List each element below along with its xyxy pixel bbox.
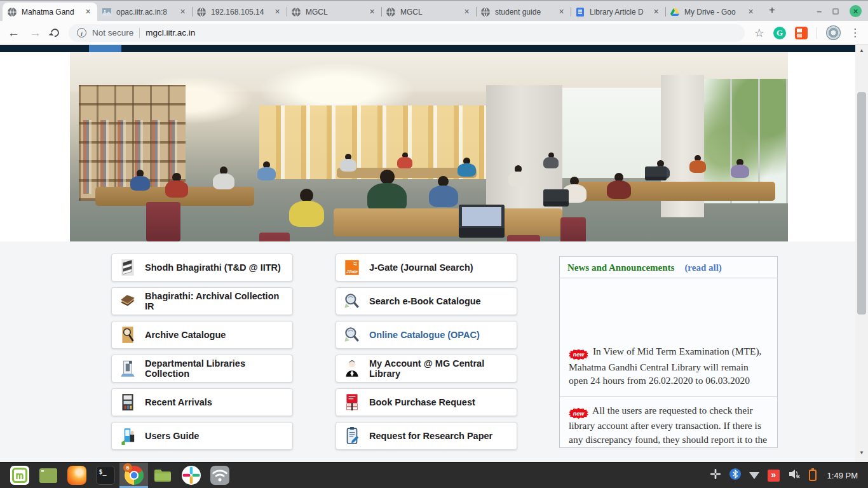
scroll-up-arrow-icon[interactable] <box>855 48 868 53</box>
active-nav-item-sliver[interactable] <box>89 45 121 52</box>
person-figure <box>340 154 356 172</box>
archival-book-icon <box>119 292 136 311</box>
search-magnifier-icon <box>344 292 360 311</box>
link-online-catalogue-opac[interactable]: Online Catalogue (OPAC) <box>336 321 517 349</box>
close-icon[interactable] <box>462 7 471 17</box>
webpage: Shodh Bhagirathi (T&D @ IITR) Bhagirathi… <box>0 45 855 462</box>
address-bar[interactable]: Not secure mgcl.iitr.ac.in <box>69 24 745 42</box>
slack-launcher[interactable] <box>177 463 205 488</box>
site-navbar-sliver[interactable] <box>0 45 855 52</box>
close-icon[interactable] <box>367 7 377 17</box>
chair-shape <box>259 233 290 241</box>
link-label: Recent Arrivals <box>145 397 212 407</box>
tab-title: Library Article D <box>590 8 647 17</box>
person-figure <box>543 152 559 168</box>
read-all-link[interactable]: (read all) <box>684 262 721 273</box>
file-manager-launcher[interactable] <box>148 463 177 488</box>
link-request-research-paper[interactable]: Request for Research Paper <box>336 422 517 450</box>
bookmark-star-icon[interactable] <box>754 26 764 40</box>
tab-title: My Drive - Goo <box>684 8 742 17</box>
tab-opac[interactable]: opac.iitr.ac.in:8 <box>97 3 192 21</box>
link-ebook-catalogue[interactable]: Search e-Book Catalogue <box>336 287 517 315</box>
person-figure <box>257 161 276 180</box>
bookshelf-icon <box>119 393 136 412</box>
page-viewport: Shodh Bhagirathi (T&D @ IITR) Bhagirathi… <box>0 45 868 462</box>
tab-ip-address[interactable]: 192.168.105.14 <box>192 3 287 21</box>
person-figure <box>607 173 631 199</box>
person-figure <box>165 173 188 198</box>
battery-icon[interactable] <box>809 470 817 481</box>
tab-student-guide[interactable]: student guide <box>476 3 571 21</box>
wifi-tray-icon[interactable] <box>749 472 759 479</box>
volume-muted-icon[interactable] <box>788 469 801 482</box>
new-tab-button[interactable] <box>764 3 780 19</box>
firefox-launcher[interactable] <box>62 463 91 488</box>
orange-extension-icon[interactable] <box>795 27 808 39</box>
link-bhagirathi-archival[interactable]: Bhagirathi: Archival Collection IR <box>111 287 293 315</box>
link-label: Online Catalogue (OPAC) <box>369 330 480 340</box>
profile-avatar[interactable] <box>826 25 841 40</box>
tab-mahatma-gandhi-library[interactable]: Mahatma Gand <box>3 3 97 21</box>
taskbar-clock[interactable]: 1:49 PM <box>827 471 858 480</box>
toolbar-divider <box>817 27 817 39</box>
anydesk-icon[interactable] <box>768 470 780 482</box>
tab-mgcl-1[interactable]: MGCL <box>287 3 381 21</box>
person-figure <box>367 170 407 213</box>
grammarly-extension-icon[interactable] <box>773 27 786 39</box>
link-my-account[interactable]: My Account @ MG Central Library <box>336 355 517 383</box>
minimize-button[interactable] <box>817 6 822 17</box>
scrollbar-thumb[interactable] <box>857 92 866 315</box>
link-label: Users Guide <box>145 431 199 441</box>
terminal-launcher[interactable]: $_ <box>91 463 119 488</box>
browser-toolbar: ← → Not secure mgcl.iitr.ac.in <box>0 21 868 45</box>
google-drive-icon <box>670 7 680 17</box>
slack-tray-icon[interactable] <box>710 468 721 482</box>
link-recent-arrivals[interactable]: Recent Arrivals <box>111 388 293 416</box>
tab-title: student guide <box>495 8 552 17</box>
window-controls <box>817 1 862 22</box>
laptop-shape <box>459 205 505 238</box>
tab-title: MGCL <box>400 8 458 17</box>
window-close-button[interactable] <box>850 5 862 17</box>
network-tool-launcher[interactable] <box>205 463 234 488</box>
new-badge: new <box>569 349 588 360</box>
maximize-button[interactable] <box>832 8 839 15</box>
back-button[interactable]: ← <box>8 27 20 39</box>
bluetooth-icon[interactable] <box>729 468 741 482</box>
close-icon[interactable] <box>651 7 661 17</box>
person-figure <box>289 189 324 227</box>
page-scrollbar[interactable] <box>855 45 868 462</box>
laptop-shape <box>543 189 569 207</box>
link-book-purchase-request[interactable]: Book Purchase Request <box>336 388 517 416</box>
tab-title: MGCL <box>306 8 363 17</box>
scroll-down-arrow-icon[interactable] <box>855 450 868 456</box>
link-departmental-libraries[interactable]: Departmental Libraries Collection <box>111 355 293 383</box>
close-icon[interactable] <box>178 7 187 17</box>
site-info-icon[interactable] <box>77 28 86 37</box>
reload-button[interactable] <box>49 27 60 38</box>
chrome-launcher-active[interactable]: 6 <box>119 463 148 488</box>
link-jgate[interactable]: JGate J-Gate (Journal Search) <box>336 254 517 281</box>
close-icon[interactable] <box>746 7 756 17</box>
files-launcher[interactable] <box>34 463 62 488</box>
tab-title: opac.iitr.ac.in:8 <box>116 8 173 17</box>
mint-menu-button[interactable] <box>5 463 34 488</box>
link-archive-catalogue[interactable]: Archive Catalogue <box>111 321 293 349</box>
close-icon[interactable] <box>557 7 566 17</box>
close-icon[interactable] <box>83 7 93 17</box>
tab-library-article[interactable]: Library Article D <box>571 3 665 21</box>
browser-menu-icon[interactable] <box>850 26 860 39</box>
chair-shape <box>507 235 540 241</box>
news-item: new In View of Mid Term Examination (MTE… <box>560 278 777 396</box>
link-label: Archive Catalogue <box>145 330 226 340</box>
person-figure <box>689 155 706 173</box>
news-item: new All the users are requested to check… <box>560 396 777 449</box>
link-shodh-bhagirathi[interactable]: Shodh Bhagirathi (T&D @ IITR) <box>111 254 293 281</box>
forward-button[interactable]: → <box>29 27 41 39</box>
jgate-icon-text: JGate <box>346 269 358 274</box>
link-users-guide[interactable]: Users Guide <box>111 422 293 450</box>
close-icon[interactable] <box>273 7 282 17</box>
tab-mgcl-2[interactable]: MGCL <box>381 3 476 21</box>
tab-my-drive[interactable]: My Drive - Goo <box>665 3 760 21</box>
link-label: J-Gate (Journal Search) <box>369 262 473 273</box>
